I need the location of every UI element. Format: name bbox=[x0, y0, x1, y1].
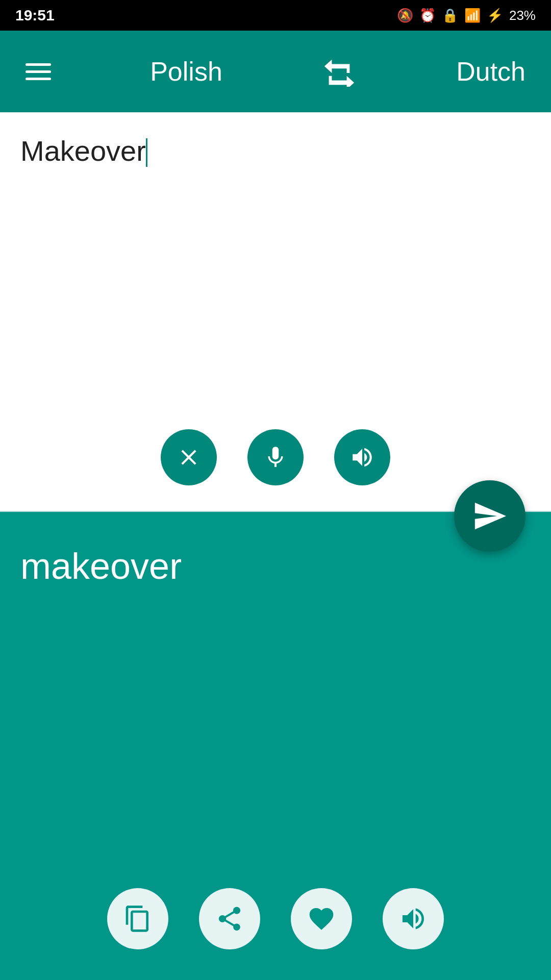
send-icon bbox=[472, 498, 508, 534]
signal-icon: 📶 bbox=[464, 8, 481, 23]
input-text-value: Makeover bbox=[20, 135, 146, 167]
toolbar: Polish Dutch bbox=[0, 31, 551, 112]
source-language-button[interactable]: Polish bbox=[150, 56, 222, 87]
output-speaker-icon bbox=[399, 904, 428, 933]
status-icons: 🔕 ⏰ 🔒 📶 ⚡ 23% bbox=[397, 8, 536, 23]
output-text: makeover bbox=[20, 543, 531, 591]
favorite-button[interactable] bbox=[291, 888, 352, 949]
copy-button[interactable] bbox=[107, 888, 168, 949]
lock-icon: 🔒 bbox=[442, 8, 458, 23]
clear-button[interactable] bbox=[161, 429, 217, 485]
text-cursor bbox=[146, 138, 147, 167]
close-icon bbox=[176, 445, 202, 470]
charging-icon: ⚡ bbox=[487, 8, 503, 23]
heart-icon bbox=[307, 904, 336, 933]
input-speaker-button[interactable] bbox=[334, 429, 390, 485]
notification-icon: 🔕 bbox=[397, 8, 413, 23]
speaker-icon bbox=[349, 445, 375, 470]
output-section: makeover bbox=[0, 512, 551, 980]
target-language-button[interactable]: Dutch bbox=[456, 56, 525, 87]
status-time: 19:51 bbox=[15, 7, 55, 24]
swap-icon bbox=[321, 56, 357, 87]
main-content: Makeover bbox=[0, 112, 551, 980]
share-button[interactable] bbox=[199, 888, 260, 949]
output-speaker-button[interactable] bbox=[383, 888, 444, 949]
swap-languages-button[interactable] bbox=[321, 56, 357, 87]
battery-label: 23% bbox=[509, 8, 536, 23]
copy-icon bbox=[123, 904, 152, 933]
output-actions bbox=[0, 888, 551, 949]
input-section: Makeover bbox=[0, 112, 551, 512]
input-actions bbox=[0, 429, 551, 485]
alarm-icon: ⏰ bbox=[419, 8, 436, 23]
microphone-icon bbox=[263, 445, 288, 470]
microphone-button[interactable] bbox=[247, 429, 304, 485]
translate-button[interactable] bbox=[454, 480, 525, 552]
menu-button[interactable] bbox=[26, 63, 51, 80]
status-bar: 19:51 🔕 ⏰ 🔒 📶 ⚡ 23% bbox=[0, 0, 551, 31]
share-icon bbox=[215, 904, 244, 933]
input-text-display[interactable]: Makeover bbox=[20, 133, 531, 170]
